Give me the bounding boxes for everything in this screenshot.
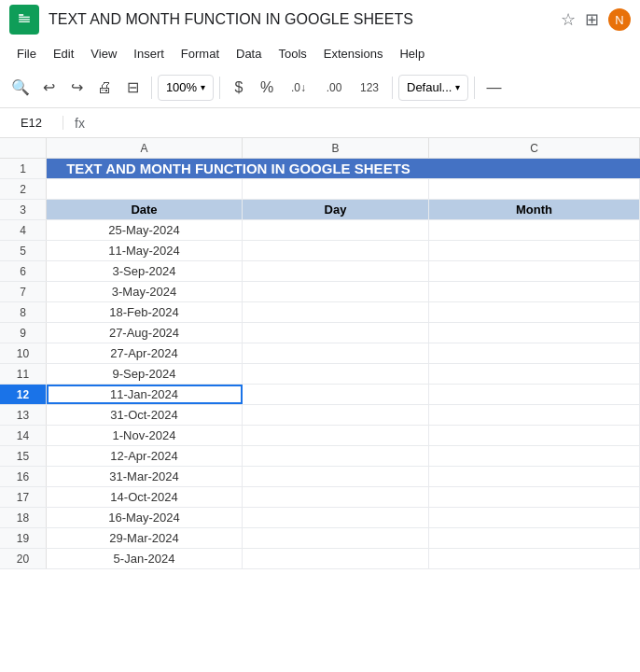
header-date[interactable]: Date <box>47 200 243 219</box>
menu-extensions[interactable]: Extensions <box>316 43 391 64</box>
search-button[interactable]: 🔍 <box>7 75 34 101</box>
menu-view[interactable]: View <box>83 43 124 64</box>
decimal-decrease-button[interactable]: .0↓ <box>282 75 315 101</box>
col-header-a[interactable]: A <box>47 138 243 158</box>
separator-2 <box>219 77 220 99</box>
cell-date-18[interactable]: 16-May-2024 <box>47 508 243 527</box>
cell-day-9[interactable] <box>243 323 429 343</box>
percent-button[interactable]: % <box>254 75 280 101</box>
cell-date-11[interactable]: 9-Sep-2024 <box>47 364 243 384</box>
cell-day-7[interactable] <box>243 282 429 301</box>
menu-data[interactable]: Data <box>229 43 269 64</box>
cell-day-14[interactable] <box>243 426 429 445</box>
cell-day-5[interactable] <box>243 241 429 260</box>
cell-date-14[interactable]: 1-Nov-2024 <box>47 426 243 445</box>
undo-button[interactable]: ↩ <box>35 75 62 101</box>
cell-month-10[interactable] <box>429 343 640 363</box>
menu-format[interactable]: Format <box>174 43 227 64</box>
cell-month-13[interactable] <box>429 405 640 425</box>
menu-edit[interactable]: Edit <box>46 43 81 64</box>
cell-day-6[interactable] <box>243 261 429 281</box>
menu-insert[interactable]: Insert <box>126 43 172 64</box>
print-button[interactable]: 🖨 <box>91 75 118 101</box>
cell-day-17[interactable] <box>243 487 429 507</box>
cell-date-20[interactable]: 5-Jan-2024 <box>47 549 243 568</box>
cell-month-20[interactable] <box>429 549 640 568</box>
cell-month-18[interactable] <box>429 508 640 527</box>
cell-date-6[interactable]: 3-Sep-2024 <box>47 261 243 281</box>
col-header-c[interactable]: C <box>429 138 640 158</box>
cell-day-18[interactable] <box>243 508 429 527</box>
row-num-6: 6 <box>0 261 47 281</box>
table-row: 1816-May-2024 <box>0 508 640 528</box>
formula-input[interactable] <box>96 116 633 130</box>
cell-date-17[interactable]: 14-Oct-2024 <box>47 487 243 507</box>
cell-date-16[interactable]: 31-Mar-2024 <box>47 467 243 486</box>
cell-date-7[interactable]: 3-May-2024 <box>47 282 243 301</box>
cell-day-16[interactable] <box>243 467 429 486</box>
cell-month-14[interactable] <box>429 426 640 445</box>
app-icon <box>9 5 39 35</box>
cell-month-9[interactable] <box>429 323 640 343</box>
cell-day-15[interactable] <box>243 446 429 466</box>
cell-month-17[interactable] <box>429 487 640 507</box>
cell-date-9[interactable]: 27-Aug-2024 <box>47 323 243 343</box>
cell-month-7[interactable] <box>429 282 640 301</box>
cell-date-13[interactable]: 31-Oct-2024 <box>47 405 243 425</box>
cell-day-12[interactable] <box>243 385 429 404</box>
col-header-b[interactable]: B <box>243 138 429 158</box>
cell-day-8[interactable] <box>243 302 429 322</box>
cell-month-15[interactable] <box>429 446 640 466</box>
minus-button[interactable]: — <box>480 75 507 101</box>
cell-month-11[interactable] <box>429 364 640 384</box>
font-dropdown-icon: ▾ <box>455 82 460 92</box>
menu-file[interactable]: File <box>9 43 44 64</box>
currency-button[interactable]: $ <box>226 75 252 101</box>
menu-tools[interactable]: Tools <box>271 43 313 64</box>
cell-day-11[interactable] <box>243 364 429 384</box>
title-cell[interactable]: TEXT AND MONTH FUNCTION IN GOOGLE SHEETS <box>47 159 430 178</box>
cell-month-5[interactable] <box>429 241 640 260</box>
row-2: 2 <box>0 179 640 200</box>
star-icon[interactable]: ☆ <box>561 9 576 30</box>
cell-date-15[interactable]: 12-Apr-2024 <box>47 446 243 466</box>
cell-date-10[interactable]: 27-Apr-2024 <box>47 343 243 363</box>
cell-day-20[interactable] <box>243 549 429 568</box>
cell-month-19[interactable] <box>429 528 640 548</box>
row-num-20: 20 <box>0 549 47 568</box>
header-month[interactable]: Month <box>429 200 640 219</box>
column-headers: A B C <box>0 138 640 159</box>
account-icon[interactable]: N <box>608 8 631 31</box>
font-selector[interactable]: Defaul... ▾ <box>398 75 468 101</box>
header-day[interactable]: Day <box>243 200 429 219</box>
cell-month-16[interactable] <box>429 467 640 486</box>
cell-month-4[interactable] <box>429 220 640 240</box>
cell-day-13[interactable] <box>243 405 429 425</box>
folder-icon[interactable]: ⊞ <box>585 9 599 30</box>
cell-date-8[interactable]: 18-Feb-2024 <box>47 302 243 322</box>
cell-month-8[interactable] <box>429 302 640 322</box>
cell-date-4[interactable]: 25-May-2024 <box>47 220 243 240</box>
cell-day-10[interactable] <box>243 343 429 363</box>
more-formats-button[interactable]: 123 <box>353 75 386 101</box>
cell-date-19[interactable]: 29-Mar-2024 <box>47 528 243 548</box>
svg-rect-4 <box>19 14 23 16</box>
svg-rect-2 <box>19 19 30 20</box>
cell-month-12[interactable] <box>429 385 640 404</box>
cell-day-4[interactable] <box>243 220 429 240</box>
cell-2b[interactable] <box>243 179 429 199</box>
redo-button[interactable]: ↪ <box>63 75 90 101</box>
zoom-selector[interactable]: 100% ▾ <box>158 75 214 101</box>
paint-format-button[interactable]: ⊟ <box>119 75 146 101</box>
cell-month-6[interactable] <box>429 261 640 281</box>
cell-2a[interactable] <box>47 179 243 199</box>
cell-reference[interactable]: E12 <box>7 116 63 130</box>
cell-day-19[interactable] <box>243 528 429 548</box>
cell-2c[interactable] <box>429 179 640 199</box>
table-row: 511-May-2024 <box>0 241 640 261</box>
table-row: 1714-Oct-2024 <box>0 487 640 508</box>
cell-date-5[interactable]: 11-May-2024 <box>47 241 243 260</box>
cell-date-12[interactable]: 11-Jan-2024 <box>47 385 243 404</box>
decimal-increase-button[interactable]: .00 <box>317 75 351 101</box>
menu-help[interactable]: Help <box>392 43 432 64</box>
